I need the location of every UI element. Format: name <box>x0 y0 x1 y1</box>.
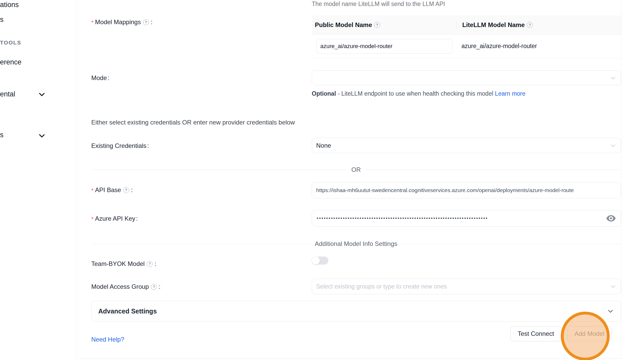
required-asterisk: * <box>91 187 94 194</box>
credentials-note: Either select existing credentials OR en… <box>91 119 295 126</box>
chevron-down-icon <box>610 142 616 149</box>
column-header-litellm-model-name: LiteLLM Model Name ? <box>457 21 621 29</box>
masked-password-value: ••••••••••••••••••••••••••••••••••••••••… <box>312 215 595 221</box>
additional-info-divider: Additional Model Info Settings <box>91 240 621 248</box>
advanced-settings-panel[interactable]: Advanced Settings <box>91 301 621 322</box>
mode-label: Mode: <box>91 74 109 82</box>
need-help-link[interactable]: Need Help? <box>91 336 124 343</box>
model-mappings-table: Public Model Name ? LiteLLM Model Name ?… <box>312 15 621 58</box>
advanced-settings-label: Advanced Settings <box>98 307 607 315</box>
required-asterisk: * <box>91 216 94 222</box>
sidebar-item-experimental[interactable]: ental <box>0 90 15 98</box>
help-icon[interactable]: ? <box>123 187 129 193</box>
public-model-name-input[interactable] <box>316 39 453 54</box>
sidebar-item-settings[interactable]: s <box>0 131 4 139</box>
azure-api-key-label: * Azure API Key : <box>91 215 138 222</box>
sidebar-section-tools: TOOLS <box>0 40 21 46</box>
chevron-down-icon[interactable] <box>38 90 46 98</box>
help-icon[interactable]: ? <box>374 22 380 28</box>
table-header-row: Public Model Name ? LiteLLM Model Name ? <box>312 15 621 35</box>
eye-icon[interactable] <box>606 215 616 222</box>
test-connect-button[interactable]: Test Connect <box>510 326 561 341</box>
azure-api-key-input[interactable]: ••••••••••••••••••••••••••••••••••••••••… <box>312 210 621 227</box>
learn-more-link[interactable]: Learn more <box>495 90 525 97</box>
column-divider <box>457 20 457 30</box>
api-base-label: * API Base ? : <box>91 186 133 194</box>
column-header-public-model-name: Public Model Name ? <box>312 21 457 29</box>
mode-select[interactable] <box>312 70 621 85</box>
add-model-button[interactable]: Add Model <box>567 326 612 341</box>
sidebar: ations s TOOLS erence ental s <box>0 0 76 360</box>
selected-value: None <box>312 142 331 149</box>
or-divider: OR <box>91 166 621 174</box>
team-byok-toggle[interactable] <box>312 257 328 265</box>
help-icon[interactable]: ? <box>151 284 157 290</box>
help-icon[interactable]: ? <box>147 261 153 267</box>
sidebar-item-users[interactable]: s <box>0 16 4 24</box>
model-access-group-label: Model Access Group ? : <box>91 283 160 290</box>
mode-hint: Optional - LiteLLM endpoint to use when … <box>312 88 530 99</box>
add-model-form-panel: The model name LiteLLM will send to the … <box>79 0 621 359</box>
table-row: azure_ai/azure-model-router <box>312 35 621 58</box>
existing-credentials-select[interactable]: None <box>312 138 621 153</box>
help-icon[interactable]: ? <box>143 19 149 25</box>
toggle-knob <box>312 257 320 265</box>
required-asterisk: * <box>91 19 94 26</box>
help-icon[interactable]: ? <box>527 22 533 28</box>
model-mappings-label: * Model Mappings ? : <box>91 18 152 26</box>
select-placeholder: Select existing groups or type to create… <box>312 283 447 290</box>
api-base-value: https://ishaa-mh6uutut-swedencentral.cog… <box>312 187 574 193</box>
api-base-input[interactable]: https://ishaa-mh6uutut-swedencentral.cog… <box>312 182 621 198</box>
existing-credentials-label: Existing Credentials: <box>91 142 149 149</box>
litellm-model-name-helper: The model name LiteLLM will send to the … <box>312 1 445 8</box>
sidebar-item-api-reference[interactable]: erence <box>0 58 22 66</box>
sidebar-item-organizations[interactable]: ations <box>0 1 19 9</box>
chevron-down-icon <box>610 283 616 290</box>
chevron-down-icon[interactable] <box>38 132 46 140</box>
chevron-down-icon <box>610 75 616 81</box>
model-access-group-select[interactable]: Select existing groups or type to create… <box>312 279 621 294</box>
team-byok-label: Team-BYOK Model ? : <box>91 260 156 267</box>
chevron-down-icon <box>607 308 614 315</box>
litellm-model-name-value: azure_ai/azure-model-router <box>461 43 537 50</box>
